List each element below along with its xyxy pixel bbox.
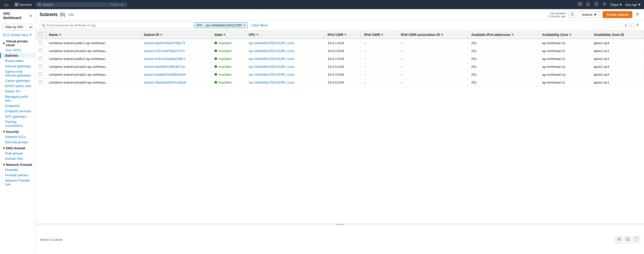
full-view-button[interactable] bbox=[633, 236, 640, 243]
col-header-ipv6-cidr[interactable]: IPv6 CIDR ⇅ bbox=[361, 30, 398, 39]
help-icon-button[interactable]: ? bbox=[594, 2, 599, 8]
row-select-checkbox[interactable] bbox=[39, 65, 42, 68]
sidebar-section-virtual-private-cloud[interactable]: ▾ Virtual private cloud bbox=[0, 38, 35, 47]
col-header-state[interactable]: State ⇅ bbox=[211, 30, 245, 39]
select-prompt: Select a subnet bbox=[40, 238, 63, 242]
sidebar-item-dhcp-option-sets[interactable]: DHCP option sets bbox=[0, 83, 35, 89]
vpc-link[interactable]: vpc-04e8e64c2552153f0 | cont... bbox=[249, 73, 297, 76]
row-select-checkbox[interactable] bbox=[39, 72, 42, 76]
prev-page-button[interactable]: ‹ bbox=[618, 23, 623, 28]
table-row[interactable]: container-subnet-private4-ap-northeas...… bbox=[36, 78, 644, 86]
col-header-available-ipv4[interactable]: Available IPv4 addresses ⇅ bbox=[468, 30, 539, 39]
subnet-id-link[interactable]: subnet-09a0aba6053128a28 bbox=[144, 81, 186, 84]
main-content: Subnets (6) Info Last updated 2 minutes … bbox=[36, 9, 644, 254]
preferences-icon-button[interactable] bbox=[635, 23, 640, 28]
vpc-link[interactable]: vpc-04e8e64c2552153f0 | cont... bbox=[249, 65, 297, 69]
sidebar-item-subnets[interactable]: Subnets bbox=[0, 53, 35, 58]
sidebar-item-internet-gateways[interactable]: Internet gateways bbox=[0, 64, 35, 69]
cell-vpc: vpc-04e8e64c2552153f0 | cont... bbox=[246, 39, 325, 47]
split-view-horizontal-button[interactable] bbox=[616, 236, 623, 243]
subnet-id-link[interactable]: subnet-0adbb9019985c99a5 bbox=[144, 73, 186, 76]
sidebar-item-endpoint-services[interactable]: Endpoint services bbox=[0, 108, 35, 114]
vpc-link[interactable]: vpc-04e8e64c2552153f0 | cont... bbox=[249, 57, 297, 61]
app-layout: VPC dashboard ✕ Filter by VPC EC2 Global… bbox=[0, 9, 644, 254]
cloud9-icon-button[interactable] bbox=[577, 2, 582, 8]
row-select-checkbox[interactable] bbox=[39, 80, 42, 84]
sidebar-item-route-tables[interactable]: Route tables bbox=[0, 58, 35, 64]
global-search-bar[interactable]: [Option+S] bbox=[36, 2, 127, 7]
row-select-checkbox[interactable] bbox=[39, 49, 42, 52]
sidebar-item-firewall-policies[interactable]: Firewall policies bbox=[0, 172, 35, 178]
sidebar-item-managed-prefix-lists[interactable]: Managed prefix lists bbox=[0, 94, 35, 103]
split-view-vertical-button[interactable] bbox=[624, 236, 631, 243]
next-page-button[interactable]: › bbox=[628, 23, 634, 28]
sidebar-close-button[interactable]: ✕ bbox=[29, 13, 32, 18]
sidebar-item-rule-groups[interactable]: Rule groups bbox=[0, 151, 35, 156]
sidebar-section-network-firewall[interactable]: ▾ Network Firewall bbox=[0, 161, 35, 167]
resource-search-input[interactable] bbox=[47, 22, 190, 28]
table-row[interactable]: container-subnet-private2-ap-northeas...… bbox=[36, 47, 644, 55]
table-row[interactable]: container-subnet-public1-ap-northeast...… bbox=[36, 39, 644, 47]
vpc-link[interactable]: vpc-04e8e64c2552153f0 | cont... bbox=[249, 41, 297, 45]
sidebar-header: VPC dashboard ✕ bbox=[0, 9, 35, 22]
table-row[interactable]: container-subnet-public2-ap-northeast...… bbox=[36, 55, 644, 63]
info-link[interactable]: Info bbox=[68, 13, 74, 17]
global-search-input[interactable] bbox=[43, 3, 108, 7]
user-menu[interactable]: kha.ngo ▼ bbox=[625, 3, 641, 7]
sidebar-item-ec2-global-view[interactable]: EC2 Global View bbox=[0, 32, 35, 38]
subnet-id-link[interactable]: subnet-0181c9ef766cb7375 bbox=[144, 49, 185, 53]
nav-right-actions: ? Tokyo ▼ kha.ngo ▼ bbox=[577, 2, 641, 8]
cell-subnet-id: subnet-0adbb9019985c99a5 bbox=[141, 71, 211, 78]
actions-button[interactable]: Actions ▼ bbox=[578, 11, 600, 18]
sidebar-item-elastic-ips[interactable]: Elastic IPs bbox=[0, 89, 35, 94]
cell-az: ap-northeast-1a bbox=[539, 39, 591, 47]
subnet-id-link[interactable]: subnet-0c8c3c9aa68a538c3 bbox=[144, 57, 185, 61]
sidebar-item-endpoints[interactable]: Endpoints bbox=[0, 103, 35, 108]
sidebar-item-domain-lists[interactable]: Domain lists bbox=[0, 156, 35, 161]
top-navigation: aws Services [Option+S] ? Tokyo ▼ kha.ng… bbox=[0, 0, 644, 9]
subnet-id-link[interactable]: subnet-0bad592c06f19b71e bbox=[144, 65, 185, 69]
sidebar-item-firewalls[interactable]: Firewalls bbox=[0, 167, 35, 172]
sidebar-item-security-groups[interactable]: Security groups bbox=[0, 139, 35, 145]
sidebar-item-network-acls[interactable]: Network ACLs bbox=[0, 134, 35, 139]
col-header-az-id[interactable]: Availability Zone ID bbox=[591, 30, 644, 39]
col-header-vpc[interactable]: VPC ⇅ bbox=[246, 30, 325, 39]
settings-gear-button[interactable] bbox=[635, 12, 640, 18]
sidebar-item-your-vpcs[interactable]: Your VPCs bbox=[0, 47, 35, 53]
sidebar-item-network-firewall-rule[interactable]: Network Firewall rule bbox=[0, 178, 35, 187]
col-header-ipv4-cidr[interactable]: IPv4 CIDR ⇅ bbox=[325, 30, 361, 39]
sidebar-item-peering-connections[interactable]: Peering connections bbox=[0, 119, 35, 128]
sidebar-item-nat-gateways[interactable]: NAT gateways bbox=[0, 114, 35, 119]
sidebar-section-security[interactable]: ▾ Security bbox=[0, 128, 35, 134]
col-header-ipv6-cidr-assoc[interactable]: IPv6 CIDR association ID ⇅ bbox=[398, 30, 468, 39]
row-select-checkbox[interactable] bbox=[39, 57, 42, 60]
region-selector[interactable]: Tokyo ▼ bbox=[610, 3, 622, 7]
search-shortcut-badge: [Option+S] bbox=[109, 3, 125, 6]
sidebar-title: VPC dashboard bbox=[3, 12, 29, 20]
col-header-az[interactable]: Availability Zone ⇅ bbox=[539, 30, 591, 39]
filter-by-vpc-select[interactable]: Filter by VPC bbox=[3, 24, 33, 30]
vpc-link[interactable]: vpc-04e8e64c2552153f0 | cont... bbox=[249, 81, 297, 84]
notifications-icon-button[interactable] bbox=[586, 2, 591, 8]
aws-logo[interactable]: aws bbox=[3, 2, 11, 7]
create-subnet-button[interactable]: Create subnet bbox=[603, 11, 632, 18]
refresh-button[interactable] bbox=[568, 11, 576, 18]
services-menu-button[interactable]: Services bbox=[13, 2, 34, 7]
table-row[interactable]: container-subnet-private1-ap-northeas...… bbox=[36, 71, 644, 78]
vpc-link[interactable]: vpc-04e8e64c2552153f0 | cont... bbox=[249, 49, 297, 53]
remove-filter-button[interactable]: ✕ bbox=[243, 24, 246, 27]
clear-filters-button[interactable]: Clear filters bbox=[250, 22, 270, 28]
cell-name: container-subnet-public1-ap-northeast... bbox=[46, 39, 141, 47]
col-header-subnet-id[interactable]: Subnet ID ⇅ bbox=[141, 30, 211, 39]
subnet-id-link[interactable]: subnet-0ba9155fac3758e73 bbox=[144, 41, 185, 45]
subnets-table-container[interactable]: Name ⇅ Subnet ID ⇅ State bbox=[36, 30, 644, 224]
settings-icon-button[interactable] bbox=[602, 2, 607, 8]
status-text: Available bbox=[218, 73, 232, 76]
sidebar-item-egress-only-internet-gateways[interactable]: Egress-only internet gateways bbox=[0, 69, 35, 78]
row-select-checkbox[interactable] bbox=[39, 41, 42, 44]
col-header-name[interactable]: Name ⇅ bbox=[46, 30, 141, 39]
table-row[interactable]: container-subnet-private3-ap-northeas...… bbox=[36, 63, 644, 71]
sidebar-item-carrier-gateways[interactable]: Carrier gateways bbox=[0, 78, 35, 83]
sidebar-section-dns-firewall[interactable]: ▾ DNS firewall bbox=[0, 145, 35, 151]
select-all-checkbox[interactable] bbox=[39, 33, 42, 36]
